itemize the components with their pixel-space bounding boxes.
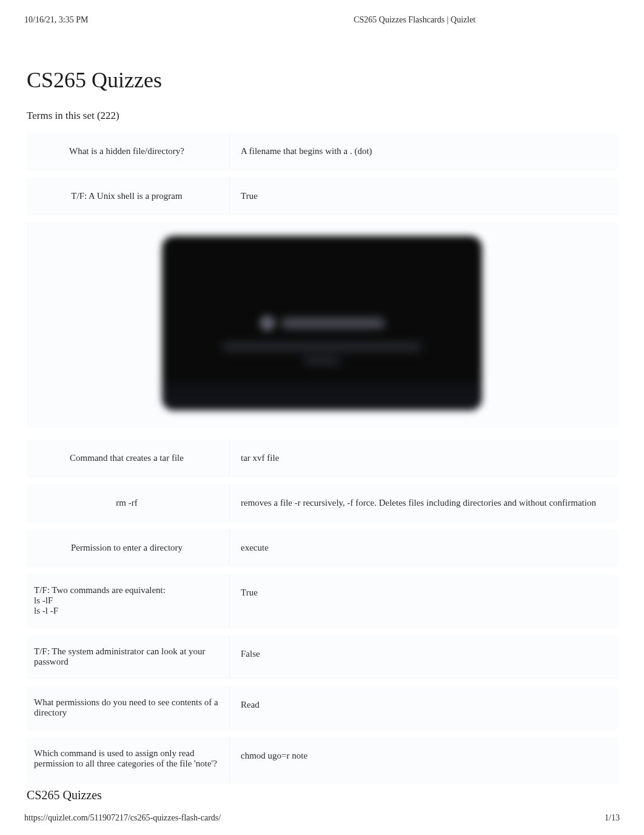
flashcard-row[interactable]: rm -rfremoves a file -r recursively, -f … — [27, 485, 617, 521]
print-timestamp: 10/16/21, 3:35 PM — [24, 15, 88, 25]
flashcard-term: Command that creates a tar file — [27, 440, 230, 476]
flashcard-definition: False — [230, 635, 617, 678]
print-header: 10/16/21, 3:35 PM CS265 Quizzes Flashcar… — [0, 0, 644, 25]
flashcard-term: Permission to enter a directory — [27, 529, 230, 566]
flashcard-term-text: Which command is used to assign only rea… — [34, 748, 220, 771]
flashcard-definition-text: True — [241, 585, 603, 600]
print-footer: https://quizlet.com/511907217/cs265-quiz… — [0, 813, 644, 835]
flashcard-term-text: Permission to enter a directory — [34, 543, 220, 553]
flashcard-row[interactable]: T/F: A Unix shell is a programTrue — [27, 178, 617, 214]
flashcard-row[interactable]: What is a hidden file/directory?A filena… — [27, 133, 617, 169]
flashcard-term: What permissions do you need to see cont… — [27, 686, 230, 729]
flashcard-definition-text: Read — [241, 697, 603, 712]
promo-icon — [260, 315, 275, 331]
flashcard-term-text: T/F: A Unix shell is a program — [34, 191, 220, 201]
flashcard-term-text: Command that creates a tar file — [34, 453, 220, 463]
flashcards-list-bottom: Command that creates a tar filetar xvf f… — [0, 436, 644, 782]
flashcard-row[interactable]: T/F: The system administrator can look a… — [27, 635, 617, 678]
flashcard-term: T/F: A Unix shell is a program — [27, 178, 230, 214]
flashcard-term-text: T/F: Two commands are equivalent: ls -lF… — [34, 585, 220, 616]
flashcard-term-text: rm -rf — [34, 498, 220, 508]
flashcard-term-text: T/F: The system administrator can look a… — [34, 646, 220, 667]
flashcard-row[interactable]: Permission to enter a directoryexecute — [27, 529, 617, 566]
flashcard-term: What is a hidden file/directory? — [27, 133, 230, 169]
promo-line-2 — [304, 357, 340, 364]
flashcard-definition-text: A filename that begins with a . (dot) — [241, 144, 603, 158]
page-title: CS265 Quizzes — [0, 25, 644, 93]
flashcard-definition: Read — [230, 686, 617, 729]
flashcard-definition: chmod ugo=r note — [230, 737, 617, 782]
flashcard-definition-text: execute — [241, 540, 603, 555]
flashcard-definition-text: chmod ugo=r note — [241, 748, 603, 763]
flashcard-definition: A filename that begins with a . (dot) — [230, 133, 617, 169]
flashcard-definition: execute — [230, 529, 617, 566]
promo-bottom-bar — [162, 381, 482, 411]
sticky-page-title: CS265 Quizzes — [27, 788, 102, 802]
flashcard-term: T/F: Two commands are equivalent: ls -lF… — [27, 574, 230, 627]
flashcard-definition: True — [230, 574, 617, 627]
promo-panel — [27, 223, 617, 428]
flashcard-term: rm -rf — [27, 485, 230, 521]
flashcard-row[interactable]: Command that creates a tar filetar xvf f… — [27, 440, 617, 476]
print-doc-title: CS265 Quizzes Flashcards | Quizlet — [88, 15, 620, 25]
promo-text-blurred — [281, 318, 384, 329]
flashcard-definition-text: removes a file -r recursively, -f force.… — [241, 495, 603, 510]
flashcard-term-text: What permissions do you need to see cont… — [34, 697, 220, 718]
flashcard-definition-text: tar xvf file — [241, 451, 603, 465]
promo-dark-card[interactable] — [162, 236, 482, 411]
flashcard-definition-text: False — [241, 646, 603, 661]
flashcard-definition: tar xvf file — [230, 440, 617, 476]
footer-pagination: 1/13 — [605, 813, 620, 823]
flashcard-definition: True — [230, 178, 617, 214]
flashcards-list-top: What is a hidden file/directory?A filena… — [0, 122, 644, 214]
flashcard-row[interactable]: What permissions do you need to see cont… — [27, 686, 617, 729]
flashcard-row[interactable]: Which command is used to assign only rea… — [27, 737, 617, 782]
promo-line-1 — [222, 343, 422, 351]
terms-count-label: Terms in this set (222) — [0, 93, 644, 122]
flashcard-term: Which command is used to assign only rea… — [27, 737, 230, 782]
flashcard-term-text: What is a hidden file/directory? — [34, 146, 220, 156]
flashcard-row[interactable]: T/F: Two commands are equivalent: ls -lF… — [27, 574, 617, 627]
flashcard-definition-text: True — [241, 189, 603, 203]
flashcard-definition: removes a file -r recursively, -f force.… — [230, 485, 617, 521]
flashcard-term: T/F: The system administrator can look a… — [27, 635, 230, 678]
footer-url: https://quizlet.com/511907217/cs265-quiz… — [24, 813, 221, 823]
